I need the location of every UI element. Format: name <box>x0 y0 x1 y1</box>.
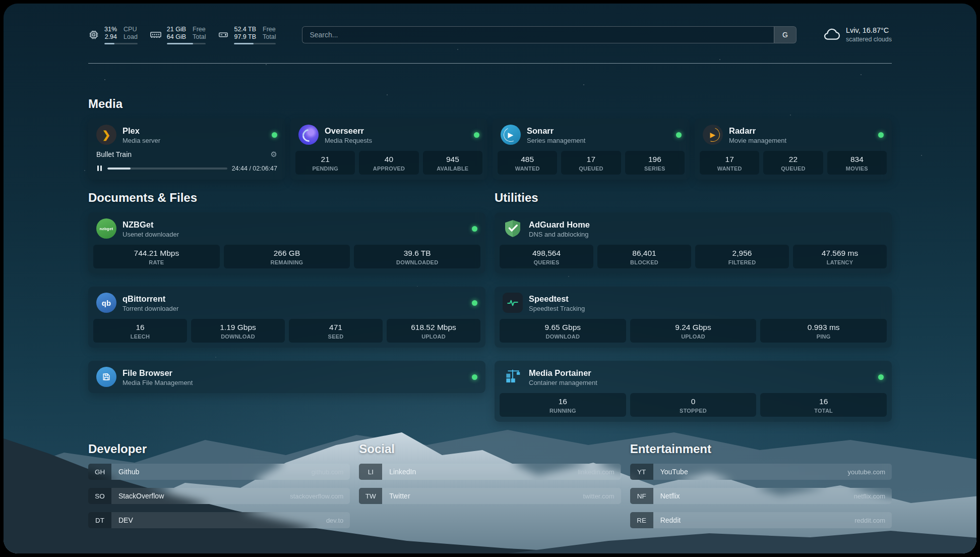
section-documents: Documents & Files nzbget NZBGet Usenet d… <box>88 191 485 422</box>
stat-download: 9.65 Gbps DOWNLOAD <box>500 319 626 343</box>
bookmark-name: YouTube <box>653 468 688 476</box>
status-dot <box>676 132 682 138</box>
section-title-utilities: Utilities <box>495 191 892 205</box>
bookmark-url: youtube.com <box>848 468 892 476</box>
pause-button[interactable] <box>96 164 103 172</box>
disk-free-value: 52.4 TB <box>234 26 256 33</box>
bookmark-abbr: YT <box>630 464 653 480</box>
bookmark-group-social: Social LI LinkedIn linkedin.com TW Twitt… <box>359 442 621 528</box>
service-card-radarr[interactable]: ▶ Radarr Movie management 17 WANTED <box>695 119 892 180</box>
bookmark-url: linkedin.com <box>578 468 621 476</box>
service-card-overseerr[interactable]: Overseerr Media Requests 21 PENDING 40 A… <box>290 119 487 180</box>
service-card-speedtest[interactable]: Speedtest Speedtest Tracking 9.65 Gbps D… <box>495 287 892 348</box>
stat-running: 16 RUNNING <box>500 393 626 417</box>
search-input[interactable] <box>302 27 774 43</box>
status-dot <box>472 226 477 232</box>
dashboard-window: 31% 2.94 CPU Load <box>4 4 976 553</box>
stat-movies: 834 MOVIES <box>827 151 887 175</box>
service-name: AdGuard Home <box>529 219 590 230</box>
stat-queries: 498,564 QUERIES <box>500 245 593 268</box>
radarr-icon: ▶ <box>703 125 723 145</box>
stat-available: 945 AVAILABLE <box>423 151 482 175</box>
service-name: Radarr <box>729 126 786 136</box>
stat-filtered: 2,956 FILTERED <box>695 245 789 268</box>
service-name: Plex <box>122 126 160 136</box>
service-card-sonarr[interactable]: ▶ Sonarr Series management 485 WANTED <box>493 119 690 180</box>
bookmark-abbr: SO <box>88 488 111 504</box>
stat-stopped: 0 STOPPED <box>630 393 757 417</box>
disk-total-value: 97.9 TB <box>234 33 256 41</box>
cpu-chip-icon <box>88 29 99 40</box>
stat-download: 1.19 Gbps DOWNLOAD <box>191 319 285 343</box>
service-description: Series management <box>527 137 585 144</box>
service-name: Sonarr <box>527 126 585 136</box>
bookmark-twitter[interactable]: TW Twitter twitter.com <box>359 488 621 504</box>
bookmark-group-entertainment: Entertainment YT YouTube youtube.com NF … <box>630 442 892 528</box>
gear-icon[interactable]: ⚙ <box>271 150 277 159</box>
bookmark-name: LinkedIn <box>382 468 416 476</box>
memory-widget: 21 GiB 64 GiB Free Total <box>150 26 206 44</box>
memory-progress-bar <box>167 43 206 44</box>
stat-wanted: 17 WANTED <box>700 151 759 175</box>
service-card-nzbget[interactable]: nzbget NZBGet Usenet downloader 744.21 M… <box>88 212 485 273</box>
cpu-progress-bar <box>104 43 138 44</box>
stat-rate: 744.21 Mbps RATE <box>93 245 220 268</box>
weather-location: Lviv, 16.87°C <box>846 26 892 35</box>
service-card-qbittorrent[interactable]: qb qBittorrent Torrent downloader 16 LEE… <box>88 287 485 348</box>
bookmark-reddit[interactable]: RE Reddit reddit.com <box>630 512 892 528</box>
weather-widget: Lviv, 16.87°C scattered clouds <box>823 25 892 45</box>
bookmark-netflix[interactable]: NF Netflix netflix.com <box>630 488 892 504</box>
stat-downloaded: 39.6 TB DOWNLOADED <box>354 245 480 268</box>
weather-condition: scattered clouds <box>846 35 892 44</box>
service-card-portainer[interactable]: Media Portainer Container management 16 … <box>495 361 892 422</box>
bookmark-url: reddit.com <box>854 517 892 524</box>
bookmark-abbr: GH <box>88 464 111 480</box>
cpu-load-label: Load <box>124 33 138 41</box>
bookmark-name: Netflix <box>653 492 680 500</box>
status-dot <box>472 374 477 380</box>
service-name: Speedtest <box>529 294 585 304</box>
bookmark-url: dev.to <box>326 517 350 524</box>
stat-ping: 0.993 ms PING <box>760 319 887 343</box>
section-title-media: Media <box>88 97 892 111</box>
bookmark-youtube[interactable]: YT YouTube youtube.com <box>630 464 892 480</box>
bookmark-name: DEV <box>111 516 133 524</box>
playback-progress[interactable] <box>107 168 227 170</box>
cpu-load-value: 2.94 <box>105 33 117 41</box>
disk-free-label: Free <box>263 26 276 33</box>
memory-free-value: 21 GiB <box>167 26 186 33</box>
stat-upload: 618.52 Mbps UPLOAD <box>387 319 480 343</box>
status-dot <box>472 300 477 306</box>
stat-latency: 47.569 ms LATENCY <box>793 245 887 268</box>
bookmark-stackoverflow[interactable]: SO StackOverflow stackoverflow.com <box>88 488 350 504</box>
service-card-filebrowser[interactable]: File Browser Media File Management <box>88 361 485 393</box>
stat-remaining: 266 GB REMAINING <box>224 245 350 268</box>
search-bar: G <box>302 26 797 43</box>
bookmark-dev[interactable]: DT DEV dev.to <box>88 512 350 528</box>
bookmark-url: twitter.com <box>583 492 621 500</box>
bookmark-url: netflix.com <box>854 492 892 500</box>
stat-pending: 21 PENDING <box>295 151 355 175</box>
section-title-social: Social <box>359 442 621 456</box>
stat-queued: 22 QUEUED <box>763 151 823 175</box>
section-utilities: Utilities AdGu <box>495 191 892 422</box>
section-title-entertainment: Entertainment <box>630 442 892 456</box>
service-description: Media server <box>122 137 160 144</box>
status-dot <box>474 132 479 138</box>
stat-series: 196 SERIES <box>625 151 685 175</box>
bookmark-name: Reddit <box>653 516 681 524</box>
memory-total-label: Total <box>193 33 206 41</box>
speedtest-pulse-icon <box>503 293 523 313</box>
search-provider-button[interactable]: G <box>774 27 796 43</box>
bookmark-github[interactable]: GH Github github.com <box>88 464 350 480</box>
overseerr-icon <box>298 125 319 145</box>
bookmark-linkedin[interactable]: LI LinkedIn linkedin.com <box>359 464 621 480</box>
service-card-adguard[interactable]: AdGuard Home DNS and adblocking 498,564 … <box>495 212 892 273</box>
sonarr-icon: ▶ <box>501 125 521 145</box>
disk-total-label: Total <box>263 33 276 41</box>
status-dot <box>878 374 884 380</box>
qbittorrent-icon: qb <box>96 293 116 313</box>
service-card-plex[interactable]: ❯ Plex Media server Bullet Train ⚙ <box>88 119 285 180</box>
memory-stick-icon <box>150 29 162 41</box>
service-name: Overseerr <box>325 126 372 136</box>
